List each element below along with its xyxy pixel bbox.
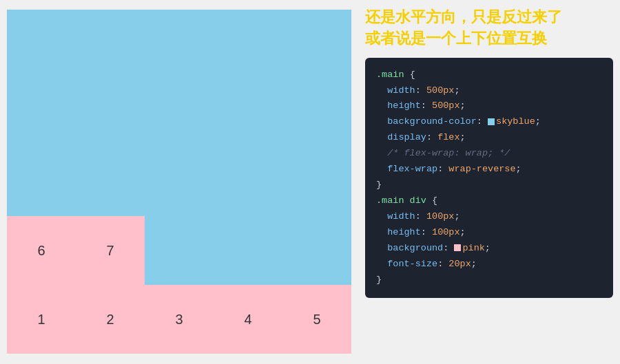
- box-7: 7: [76, 216, 145, 285]
- box-3: 3: [145, 285, 214, 354]
- flex-demo: 1 2 3 4 5 6 7: [7, 10, 351, 354]
- code-block: .main { width: 500px; height: 500px; bac…: [365, 58, 613, 298]
- right-panel: 还是水平方向，只是反过来了 或者说是一个上下位置互换 .main { width…: [351, 0, 620, 364]
- box-6: 6: [7, 216, 76, 285]
- box-1: 1: [7, 285, 76, 354]
- box-2: 2: [76, 285, 145, 354]
- annotation: 还是水平方向，只是反过来了 或者说是一个上下位置互换: [365, 7, 613, 50]
- annotation-line1: 还是水平方向，只是反过来了: [365, 7, 613, 28]
- box-4: 4: [214, 285, 282, 354]
- annotation-line2: 或者说是一个上下位置互换: [365, 28, 613, 50]
- box-5: 5: [282, 285, 351, 354]
